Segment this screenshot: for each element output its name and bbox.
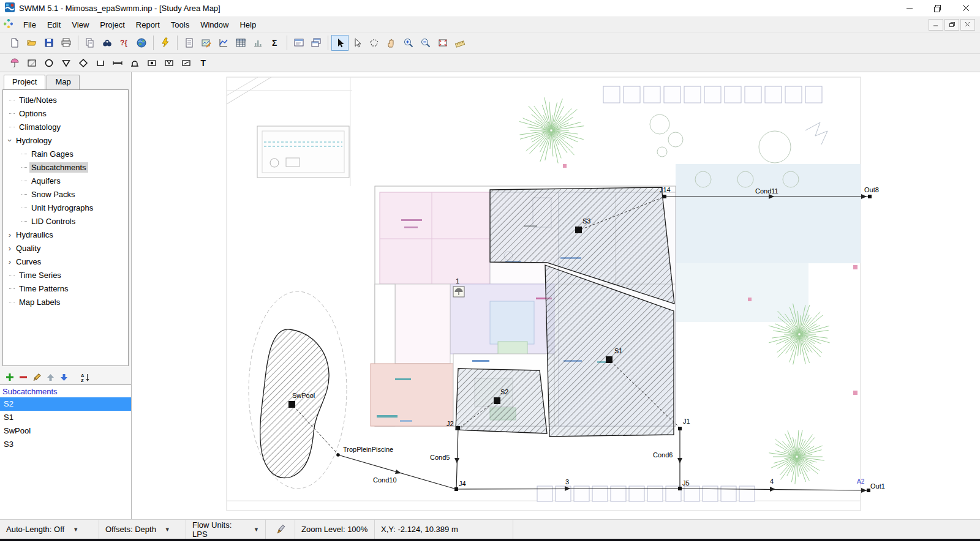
mdi-minimize-button[interactable] — [929, 19, 943, 31]
label-s1[interactable]: S1 — [614, 347, 622, 354]
study-area-map[interactable]: J14 Out8 Cond11 J1 J2 J4 J5 3 4 Out1 A2 … — [132, 72, 980, 519]
save-file-button[interactable] — [40, 35, 58, 51]
menu-view[interactable]: View — [66, 18, 94, 31]
menu-tools[interactable]: Tools — [165, 18, 195, 31]
tab-map[interactable]: Map — [47, 75, 79, 89]
label-j2[interactable]: J2 — [447, 420, 454, 427]
delete-object-button[interactable] — [17, 371, 30, 383]
label-out1[interactable]: Out1 — [870, 482, 885, 490]
restore-button[interactable] — [924, 0, 952, 17]
zoom-out-button[interactable] — [417, 35, 434, 51]
full-extent-button[interactable] — [434, 35, 451, 51]
tab-project[interactable]: Project — [4, 75, 45, 89]
tree-item-curves[interactable]: ›Curves — [3, 255, 128, 268]
rain-gage-tool[interactable] — [6, 55, 23, 71]
outfall-tool[interactable] — [58, 55, 75, 71]
list-item-s3[interactable]: S3 — [0, 438, 131, 451]
rain-gage-symbol[interactable] — [453, 287, 464, 297]
map-canvas[interactable]: J14 Out8 Cond11 J1 J2 J4 J5 3 4 Out1 A2 … — [132, 72, 980, 519]
menu-file[interactable]: File — [18, 18, 42, 31]
new-file-button[interactable] — [6, 35, 23, 51]
divider-tool[interactable] — [75, 55, 92, 71]
tree-item-hydraulics[interactable]: ›Hydraulics — [3, 228, 128, 241]
label-cond11[interactable]: Cond11 — [755, 187, 778, 195]
list-item-s2[interactable]: S2 — [0, 397, 131, 411]
node-out8[interactable] — [868, 195, 872, 198]
summation-button[interactable]: Σ — [266, 35, 284, 51]
menu-edit[interactable]: Edit — [42, 18, 66, 31]
label-j1[interactable]: J1 — [683, 418, 690, 425]
menu-help[interactable]: Help — [234, 18, 262, 31]
tree-item-aquifers[interactable]: Aquifers — [3, 174, 128, 187]
mdi-close-button[interactable] — [960, 19, 975, 31]
context-help-button[interactable]: ?{ — [116, 35, 133, 51]
subcatchment-tool[interactable] — [23, 55, 40, 71]
label-out8[interactable]: Out8 — [864, 186, 879, 193]
label-conduit4[interactable]: 4 — [770, 478, 774, 485]
label-s3[interactable]: S3 — [582, 217, 590, 225]
subcatchment-s2[interactable] — [456, 369, 547, 433]
conduit-tool[interactable] — [109, 55, 126, 71]
overview-map-button[interactable] — [133, 35, 150, 51]
label-conduit3[interactable]: 3 — [565, 478, 569, 485]
tree-item-options[interactable]: Options — [3, 107, 128, 120]
move-up-button[interactable] — [43, 371, 57, 383]
centroid-s1[interactable] — [606, 356, 612, 363]
mdi-restore-button[interactable] — [944, 19, 959, 31]
orifice-tool[interactable] — [143, 55, 160, 71]
menu-project[interactable]: Project — [94, 18, 130, 31]
tree-item-snow-packs[interactable]: Snow Packs — [3, 187, 128, 201]
storage-unit-tool[interactable] — [92, 55, 109, 71]
statistics-button[interactable] — [249, 35, 266, 51]
edit-object-button[interactable] — [30, 371, 43, 383]
expand-icon[interactable]: › — [6, 258, 14, 266]
select-object-button[interactable] — [331, 35, 349, 51]
tree-item-time-series[interactable]: Time Series — [3, 268, 128, 282]
outlet-tool[interactable] — [178, 55, 195, 71]
centroid-swpool[interactable] — [288, 401, 295, 408]
measure-button[interactable] — [451, 35, 469, 51]
select-region-button[interactable] — [366, 35, 383, 51]
label-s2[interactable]: S2 — [500, 388, 508, 395]
chevron-down-icon[interactable]: ▼ — [73, 527, 78, 533]
run-simulation-button[interactable] — [157, 35, 174, 51]
label-a2[interactable]: A2 — [857, 478, 865, 485]
print-button[interactable] — [58, 35, 75, 51]
tree-item-unit-hydrographs[interactable]: Unit Hydrographs — [3, 201, 128, 214]
label-swpool[interactable]: SwPool — [292, 392, 315, 399]
offsets-control[interactable]: Offsets: Depth▼ — [99, 520, 186, 539]
centroid-s3[interactable] — [575, 227, 582, 233]
tree-item-subcatchments[interactable]: Subcatchments — [3, 160, 128, 174]
node-j4[interactable] — [454, 487, 458, 491]
node-j5[interactable] — [678, 487, 682, 490]
list-item-swpool[interactable]: SwPool — [0, 424, 131, 438]
centroid-s2[interactable] — [494, 397, 500, 404]
minimize-button[interactable] — [895, 0, 924, 17]
add-object-button[interactable] — [3, 371, 17, 383]
node-j2[interactable] — [456, 426, 460, 430]
node-tropplein[interactable] — [336, 453, 340, 457]
label-j14[interactable]: J14 — [660, 186, 671, 193]
tree-item-rain-gages[interactable]: Rain Gages — [3, 147, 128, 160]
chevron-down-icon[interactable]: ▼ — [165, 527, 170, 533]
edit-mode-indicator[interactable] — [266, 520, 295, 539]
menu-report[interactable]: Report — [130, 18, 165, 31]
label-cond5[interactable]: Cond5 — [430, 454, 450, 461]
tree-item-map-labels[interactable]: Map Labels — [3, 295, 128, 309]
menu-window[interactable]: Window — [195, 18, 234, 31]
open-file-button[interactable] — [23, 35, 40, 51]
cascade-windows-button[interactable] — [307, 35, 325, 51]
auto-length-control[interactable]: Auto-Length: Off▼ — [0, 520, 99, 539]
tree-item-title-notes[interactable]: Title/Notes — [3, 93, 128, 107]
copy-button[interactable] — [81, 35, 99, 51]
window-properties-button[interactable] — [290, 35, 307, 51]
label-tropplein[interactable]: TropPleinPiscine — [343, 446, 393, 453]
map-options-button[interactable] — [198, 35, 215, 51]
zoom-in-button[interactable] — [400, 35, 417, 51]
profile-plot-button[interactable] — [215, 35, 232, 51]
tree-item-time-patterns[interactable]: Time Patterns — [3, 282, 128, 295]
label-j4[interactable]: J4 — [459, 480, 466, 487]
tree-item-quality[interactable]: ›Quality — [3, 241, 128, 255]
sort-button[interactable]: AZ — [79, 371, 92, 383]
tree-item-lid-controls[interactable]: LID Controls — [3, 214, 128, 228]
